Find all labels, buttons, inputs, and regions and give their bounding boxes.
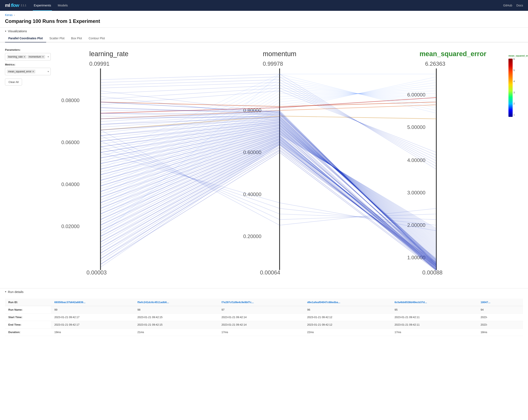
svg-text:0.00003: 0.00003 bbox=[86, 269, 107, 276]
param-tag-learning-rate: learning_rate ✕ bbox=[7, 55, 27, 59]
col-run-6-id: 18047... bbox=[477, 299, 523, 306]
plot-container: Parameters: learning_rate ✕ momentum ✕ ▾… bbox=[0, 42, 528, 285]
colorbar-container: mean_squared_error 6 5 4 3 2 1 bbox=[508, 46, 523, 282]
duration-3: 17ms bbox=[218, 328, 304, 336]
start-time-3: 2023-01-21 09:42:14 bbox=[218, 313, 304, 321]
end-time-label: End Time: bbox=[5, 321, 51, 328]
duration-1: 19ms bbox=[51, 328, 134, 336]
visualizations-section-header[interactable]: ▾ Visualizations bbox=[0, 27, 528, 35]
end-time-5: 2023-01-21 09:42:11 bbox=[391, 321, 477, 328]
duration-6: 18ms bbox=[477, 328, 523, 336]
nav-models[interactable]: Models bbox=[57, 0, 69, 11]
run-table-scroll[interactable]: Run ID: 69350bac37b642a6839... f5efc241d… bbox=[5, 297, 523, 336]
params-label: Parameters: bbox=[5, 48, 51, 51]
svg-text:0.40000: 0.40000 bbox=[243, 192, 262, 197]
svg-text:3.00000: 3.00000 bbox=[407, 190, 426, 195]
github-link[interactable]: GitHub bbox=[503, 4, 512, 7]
logo-ml: ml bbox=[5, 3, 10, 8]
docs-link[interactable]: Docs bbox=[516, 4, 523, 7]
metrics-input[interactable]: mean_squared_error ✕ ▾ bbox=[5, 68, 51, 75]
svg-text:5.00000: 5.00000 bbox=[407, 124, 426, 130]
run-details-label: Run details bbox=[8, 290, 24, 294]
run-details-section-header[interactable]: ▾ Run details bbox=[0, 288, 528, 295]
run-name-1: 99 bbox=[51, 306, 134, 313]
svg-text:6.00000: 6.00000 bbox=[407, 92, 426, 97]
logo: mlflow 2.1.1 bbox=[5, 3, 26, 8]
svg-text:6.26363: 6.26363 bbox=[425, 61, 445, 67]
svg-text:0.09991: 0.09991 bbox=[89, 61, 109, 67]
tab-scatter-plot[interactable]: Scatter Plot bbox=[46, 35, 68, 42]
remove-param-learning-rate[interactable]: ✕ bbox=[24, 56, 25, 58]
run-id-link-2[interactable]: f5efc241dc6c4511adb6... bbox=[137, 301, 169, 304]
run-id-link-6[interactable]: 18047... bbox=[480, 301, 490, 304]
start-time-5: 2023-01-21 09:42:11 bbox=[391, 313, 477, 321]
run-id-link-1[interactable]: 69350bac37b642a6839... bbox=[54, 301, 85, 304]
run-name-3: 97 bbox=[218, 306, 304, 313]
remove-metric-mse[interactable]: ✕ bbox=[32, 70, 34, 73]
svg-text:momentum: momentum bbox=[263, 50, 296, 58]
table-row: End Time: 2023-01-21 09:42:17 2023-01-21… bbox=[5, 321, 523, 328]
svg-text:0.06000: 0.06000 bbox=[61, 140, 80, 145]
metric-tag-mse: mean_squared_error ✕ bbox=[7, 70, 35, 73]
table-row: Start Time: 2023-01-21 09:42:17 2023-01-… bbox=[5, 313, 523, 321]
breadcrumb: Keras › bbox=[0, 11, 528, 17]
svg-text:0.04000: 0.04000 bbox=[61, 181, 80, 187]
breadcrumb-separator: › bbox=[14, 13, 15, 17]
svg-text:0.20000: 0.20000 bbox=[243, 233, 262, 239]
metrics-dropdown-icon[interactable]: ▾ bbox=[48, 70, 49, 73]
tab-parallel-coordinates[interactable]: Parallel Coordinates Plot bbox=[5, 35, 46, 42]
colorbar-label: mean_squared_error bbox=[508, 54, 523, 57]
run-id-link-5[interactable]: 6cfa4bb6538d49ecb37d... bbox=[395, 301, 427, 304]
run-details-section: Run ID: 69350bac37b642a6839... f5efc241d… bbox=[0, 295, 528, 338]
run-table: Run ID: 69350bac37b642a6839... f5efc241d… bbox=[5, 299, 523, 336]
end-time-2: 2023-01-21 09:42:15 bbox=[134, 321, 218, 328]
parallel-coordinates-chart: learning_rate momentum mean_squared_erro… bbox=[56, 46, 504, 282]
tab-contour-plot[interactable]: Contour Plot bbox=[85, 35, 108, 42]
col-run-1-id: 69350bac37b642a6839... bbox=[51, 299, 134, 306]
main-nav: Experiments Models bbox=[33, 0, 69, 11]
run-id-link-4[interactable]: d6e1afeaf04047c68edba... bbox=[307, 301, 340, 304]
colorbar-tick-6: 6 bbox=[514, 58, 515, 60]
colorbar-tick-4: 4 bbox=[514, 80, 515, 83]
breadcrumb-parent[interactable]: Keras bbox=[5, 13, 13, 17]
svg-text:0.99978: 0.99978 bbox=[263, 61, 283, 67]
col-run-4-id: d6e1afeaf04047c68edba... bbox=[304, 299, 391, 306]
table-row: Run Name: 99 98 97 96 95 94 bbox=[5, 306, 523, 313]
run-name-4: 96 bbox=[304, 306, 391, 313]
svg-line-33 bbox=[280, 116, 436, 119]
tab-box-plot[interactable]: Box Plot bbox=[68, 35, 85, 42]
duration-label: Duration: bbox=[5, 328, 51, 336]
colorbar-tick-3: 3 bbox=[514, 91, 515, 94]
params-dropdown-icon[interactable]: ▾ bbox=[48, 55, 49, 58]
table-row: Duration: 19ms 21ms 17ms 22ms 17ms 18ms bbox=[5, 328, 523, 336]
end-time-4: 2023-01-21 09:42:12 bbox=[304, 321, 391, 328]
duration-4: 22ms bbox=[304, 328, 391, 336]
param-tag-momentum: momentum ✕ bbox=[27, 55, 45, 59]
col-run-3-id: f7e297cf1d9e4c9e9bf7c... bbox=[218, 299, 304, 306]
start-time-label: Start Time: bbox=[5, 313, 51, 321]
chevron-down-icon-2: ▾ bbox=[5, 290, 6, 293]
start-time-2: 2023-01-21 09:42:15 bbox=[134, 313, 218, 321]
run-id-link-3[interactable]: f7e297cf1d9e4c9e9bf7c... bbox=[221, 301, 254, 304]
svg-text:0.00088: 0.00088 bbox=[422, 269, 443, 276]
clear-all-button[interactable]: Clear All bbox=[5, 79, 22, 85]
nav-experiments[interactable]: Experiments bbox=[33, 0, 52, 11]
visualization-tabs: Parallel Coordinates Plot Scatter Plot B… bbox=[0, 35, 528, 42]
end-time-6: 2023- bbox=[477, 321, 523, 328]
logo-version: 2.1.1 bbox=[21, 4, 26, 7]
start-time-6: 2023- bbox=[477, 313, 523, 321]
colorbar-gradient bbox=[508, 59, 513, 117]
visualizations-label: Visualizations bbox=[8, 29, 27, 33]
colorbar-tick-1: 1 bbox=[514, 114, 515, 116]
app-header: mlflow 2.1.1 Experiments Models GitHub D… bbox=[0, 0, 528, 11]
header-right: GitHub Docs bbox=[503, 4, 523, 7]
run-name-2: 98 bbox=[134, 306, 218, 313]
end-time-1: 2023-01-21 09:42:17 bbox=[51, 321, 134, 328]
svg-text:0.02000: 0.02000 bbox=[61, 224, 80, 229]
remove-param-momentum[interactable]: ✕ bbox=[42, 56, 44, 58]
start-time-4: 2023-01-21 09:42:12 bbox=[304, 313, 391, 321]
params-input[interactable]: learning_rate ✕ momentum ✕ ▾ bbox=[5, 53, 51, 60]
start-time-1: 2023-01-21 09:42:17 bbox=[51, 313, 134, 321]
duration-5: 17ms bbox=[391, 328, 477, 336]
svg-text:0.00064: 0.00064 bbox=[260, 269, 280, 276]
